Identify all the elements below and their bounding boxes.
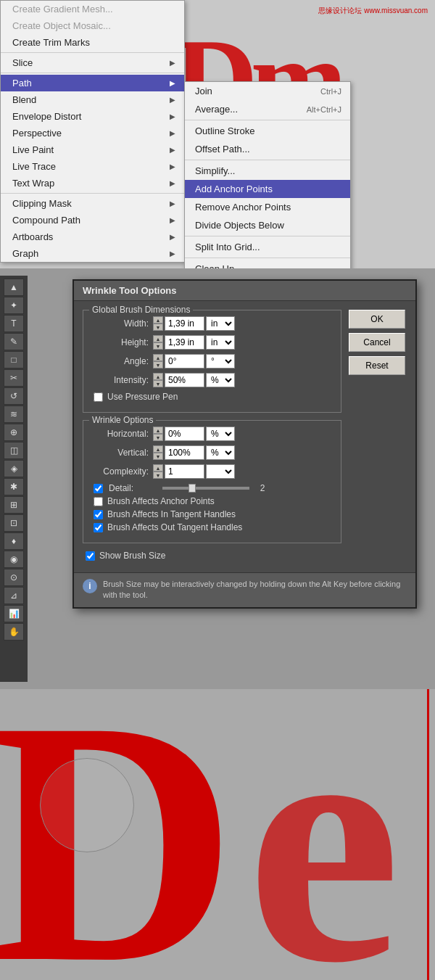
detail-slider[interactable]: [162, 487, 249, 490]
intensity-spin-up[interactable]: ▲: [153, 373, 163, 380]
vertical-unit-select[interactable]: %: [206, 445, 235, 460]
tool-rectangle[interactable]: □: [4, 351, 24, 368]
menu-item-text-wrap[interactable]: Text Wrap ▶: [1, 175, 184, 192]
wrinkle-tool-dialog: Wrinkle Tool Options Global Brush Dimens…: [72, 279, 417, 609]
complexity-input[interactable]: [165, 464, 204, 479]
horizontal-input[interactable]: [165, 427, 204, 441]
arrow-icon: ▶: [170, 162, 175, 170]
vertical-input[interactable]: [165, 445, 204, 460]
menu-item-graph[interactable]: Graph ▶: [1, 245, 184, 262]
width-spin-up[interactable]: ▲: [153, 316, 163, 324]
brush-affects-anchor-checkbox[interactable]: [94, 497, 103, 506]
tool-warp[interactable]: ✱: [4, 478, 24, 495]
horiz-spin-down[interactable]: ▼: [153, 434, 163, 441]
submenu-split-into-grid[interactable]: Split Into Grid...: [185, 238, 350, 256]
menu-item-compound-path[interactable]: Compound Path ▶: [1, 212, 184, 228]
pressure-pen-checkbox[interactable]: [94, 392, 103, 402]
height-row: Height: ▲ ▼ in cm px: [91, 335, 334, 350]
tool-rotate[interactable]: ↺: [4, 387, 24, 405]
brush-affects-out-checkbox[interactable]: [94, 523, 103, 532]
dialog-section: ▲ ✦ T ✎ □ ✂ ↺ ≋ ⊕ ◫ ◈ ✱ ⊞ ⊡ ♦ ◉ ⊙ ⊿ 📊 ✋ …: [0, 268, 435, 689]
tool-pen[interactable]: ✎: [4, 333, 24, 350]
menu-item-artboards[interactable]: Artboards ▶: [1, 228, 184, 245]
complex-spin-up[interactable]: ▲: [153, 464, 163, 472]
intensity-spin-down[interactable]: ▼: [153, 380, 163, 387]
width-label: Width:: [91, 318, 149, 329]
brush-affects-in-checkbox[interactable]: [94, 510, 103, 519]
menu-item-envelope-distort[interactable]: Envelope Distort ▶: [1, 108, 184, 125]
menu-item-blend[interactable]: Blend ▶: [1, 91, 184, 108]
tool-column-graph[interactable]: ⊡: [4, 514, 24, 532]
intensity-input[interactable]: [165, 373, 204, 387]
tool-slice[interactable]: ♦: [4, 532, 24, 550]
tool-hand[interactable]: ⊿: [4, 587, 24, 604]
submenu-remove-anchor-points[interactable]: Remove Anchor Points: [185, 198, 350, 216]
horiz-spin-up[interactable]: ▲: [153, 427, 163, 434]
horizontal-input-wrap: ▲ ▼ %: [153, 427, 235, 441]
detail-checkbox[interactable]: [94, 484, 103, 493]
angle-spin-up[interactable]: ▲: [153, 354, 163, 361]
width-unit-select[interactable]: in cm px: [206, 316, 235, 331]
vert-spin-down[interactable]: ▼: [153, 453, 163, 460]
canvas-area: D e: [0, 689, 435, 980]
menu-item-perspective[interactable]: Perspective ▶: [1, 125, 184, 141]
arrow-icon: ▶: [170, 129, 175, 137]
submenu-offset-path[interactable]: Offset Path...: [185, 140, 350, 158]
height-input-wrap: ▲ ▼ in cm px: [153, 335, 235, 350]
width-input[interactable]: [165, 316, 204, 331]
tool-chart[interactable]: 📊: [4, 605, 24, 622]
tool-mesh[interactable]: ⊕: [4, 424, 24, 441]
submenu-join[interactable]: Join Ctrl+J: [185, 82, 350, 100]
height-unit-select[interactable]: in cm px: [206, 335, 235, 350]
cancel-button[interactable]: Cancel: [349, 333, 405, 352]
show-brush-size-row: Show Brush Size: [83, 551, 341, 561]
tool-artboard[interactable]: ◉: [4, 551, 24, 568]
tool-zoom[interactable]: ⊙: [4, 569, 24, 586]
menu-item-slice[interactable]: Slice ▶: [1, 54, 184, 71]
height-spin-down[interactable]: ▼: [153, 342, 163, 350]
width-spin-down[interactable]: ▼: [153, 324, 163, 331]
tool-direct-selection[interactable]: ✦: [4, 297, 24, 314]
menu-item-live-trace[interactable]: Live Trace ▶: [1, 158, 184, 175]
ok-button[interactable]: OK: [349, 310, 405, 329]
complexity-row: Complexity: ▲ ▼: [91, 464, 334, 479]
menu-item-clipping-mask[interactable]: Clipping Mask ▶: [1, 195, 184, 212]
submenu-outline-stroke[interactable]: Outline Stroke: [185, 122, 350, 140]
tool-eyedropper[interactable]: ◈: [4, 460, 24, 477]
show-brush-size-checkbox[interactable]: [86, 551, 95, 561]
info-icon: i: [83, 579, 97, 593]
tool-symbol[interactable]: ⊞: [4, 496, 24, 514]
watermark-text: 思缘设计论坛 www.missvuan.com: [318, 6, 428, 16]
tool-type[interactable]: T: [4, 315, 24, 332]
intensity-unit-select[interactable]: %: [206, 373, 235, 387]
height-input[interactable]: [165, 335, 204, 350]
menu-item-live-paint[interactable]: Live Paint ▶: [1, 141, 184, 158]
height-spin-up[interactable]: ▲: [153, 335, 163, 342]
submenu-divide-objects-below[interactable]: Divide Objects Below: [185, 216, 350, 234]
submenu-simplify[interactable]: Simplify...: [185, 162, 350, 180]
tool-blend[interactable]: ≋: [4, 405, 24, 423]
tool-gradient[interactable]: ◫: [4, 442, 24, 459]
menu-item-path[interactable]: Path ▶: [1, 75, 184, 91]
horizontal-unit-select[interactable]: %: [206, 427, 235, 441]
arrow-icon: ▶: [170, 59, 175, 67]
reset-button[interactable]: Reset: [349, 356, 405, 375]
arrow-icon: ▶: [170, 216, 175, 224]
tool-selection[interactable]: ▲: [4, 279, 24, 296]
brush-affects-in-label: Brush Affects In Tangent Handles: [107, 509, 236, 519]
menu-item-create-gradient-mesh[interactable]: Create Gradient Mesh...: [1, 1, 184, 17]
menu-item-create-trim-marks[interactable]: Create Trim Marks: [1, 34, 184, 51]
submenu-add-anchor-points[interactable]: Add Anchor Points: [185, 180, 350, 198]
brush-affects-anchor-row: Brush Affects Anchor Points: [91, 496, 334, 506]
tool-hand2[interactable]: ✋: [4, 623, 24, 641]
sub-menu-path: Join Ctrl+J Average... Alt+Ctrl+J Outlin…: [184, 81, 351, 279]
tool-scissors[interactable]: ✂: [4, 369, 24, 387]
angle-unit-select[interactable]: °: [206, 354, 235, 368]
complex-spin-down[interactable]: ▼: [153, 472, 163, 479]
angle-input[interactable]: [165, 354, 204, 368]
vert-spin-up[interactable]: ▲: [153, 445, 163, 453]
menu-item-create-object-mosaic[interactable]: Create Object Mosaic...: [1, 17, 184, 34]
angle-spin-down[interactable]: ▼: [153, 361, 163, 368]
submenu-average[interactable]: Average... Alt+Ctrl+J: [185, 100, 350, 118]
complexity-unit-select[interactable]: [206, 464, 235, 479]
